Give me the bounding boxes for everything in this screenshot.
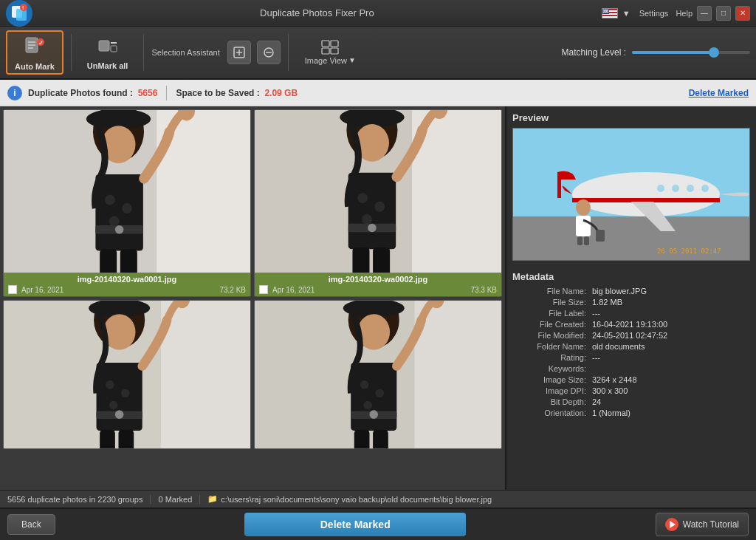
play-triangle xyxy=(670,521,676,528)
svg-rect-61 xyxy=(348,173,396,250)
help-link[interactable]: Help xyxy=(676,9,693,18)
photo-card-3[interactable] xyxy=(3,300,251,449)
svg-point-63 xyxy=(374,202,385,212)
svg-point-66 xyxy=(368,224,377,233)
unmark-icon xyxy=(97,35,118,58)
svg-point-103 xyxy=(672,185,679,192)
status-bar: 5656 duplicate photos in 2230 groups 0 M… xyxy=(0,490,756,507)
svg-point-15 xyxy=(603,10,605,12)
svg-point-52 xyxy=(115,225,124,234)
svg-rect-82 xyxy=(100,430,115,448)
status-file-path: c:\users\raj soni\documents\sony vaio ba… xyxy=(221,495,492,504)
svg-rect-109 xyxy=(577,236,583,245)
preview-image: 26 05 2011 02:47 xyxy=(512,128,750,261)
svg-rect-30 xyxy=(99,41,109,51)
metadata-row: Bit Depth:24 xyxy=(512,397,750,406)
delete-marked-link[interactable]: Delete Marked xyxy=(689,88,749,98)
preview-section: Preview xyxy=(506,106,756,267)
app-title: Duplicate Photos Fixer Pro xyxy=(32,7,602,18)
svg-rect-69 xyxy=(373,247,390,273)
toolbar-divider-3 xyxy=(288,34,289,71)
bottom-bar: Back Delete Marked Watch Tutorial xyxy=(0,507,756,540)
maximize-button[interactable]: □ xyxy=(716,6,731,21)
svg-point-10 xyxy=(602,9,604,10)
svg-rect-8 xyxy=(602,16,618,18)
metadata-rows: File Name:big blower.JPGFile Size:1.82 M… xyxy=(512,287,750,417)
svg-rect-96 xyxy=(354,430,370,448)
svg-point-50 xyxy=(109,216,120,226)
photos-panel: img-20140320-wa0001.jpg Apr 16, 2021 73.… xyxy=(0,106,505,490)
photo-checkbox-2[interactable] xyxy=(259,285,268,294)
dropdown-arrow[interactable]: ▼ xyxy=(622,9,630,18)
main-area: img-20140320-wa0001.jpg Apr 16, 2021 73.… xyxy=(0,106,756,490)
photo-card-2[interactable]: img-20140320-wa0002.jpg Apr 16, 2021 73.… xyxy=(254,109,502,297)
auto-mark-icon: ✓ xyxy=(24,35,45,59)
selection-tool-1[interactable] xyxy=(227,41,251,64)
svg-rect-47 xyxy=(95,174,142,251)
image-view-dropdown-icon: ▼ xyxy=(348,56,356,64)
preview-title: Preview xyxy=(512,112,750,123)
unmark-all-label: UnMark all xyxy=(87,61,128,70)
svg-rect-83 xyxy=(118,430,134,448)
svg-text:26 05 2011 02:47: 26 05 2011 02:47 xyxy=(657,247,721,255)
status-duplicate-count: 5656 duplicate photos in 2230 groups xyxy=(7,495,151,504)
svg-point-102 xyxy=(657,185,664,192)
photo-filename-2: img-20140320-wa0002.jpg xyxy=(259,275,497,284)
svg-rect-39 xyxy=(331,41,338,47)
metadata-row: File Size:1.82 MB xyxy=(512,298,750,307)
svg-point-48 xyxy=(105,195,115,205)
delete-marked-button[interactable]: Delete Marked xyxy=(244,513,466,536)
metadata-title: Metadata xyxy=(512,271,750,282)
photo-date-2: Apr 16, 2021 xyxy=(272,286,315,294)
unmark-all-button[interactable]: UnMark all xyxy=(79,30,137,75)
metadata-row: File Modified:24-05-2011 02:47:52 xyxy=(512,331,750,340)
back-button[interactable]: Back xyxy=(7,514,55,535)
svg-point-76 xyxy=(106,380,114,389)
photo-info-2: img-20140320-wa0002.jpg Apr 16, 2021 73.… xyxy=(255,273,501,296)
svg-point-78 xyxy=(109,401,118,410)
close-button[interactable]: ✕ xyxy=(735,6,750,21)
svg-point-105 xyxy=(701,185,709,192)
app-logo: ! xyxy=(6,0,32,27)
svg-point-16 xyxy=(605,10,606,12)
svg-point-62 xyxy=(357,193,368,203)
svg-rect-110 xyxy=(584,236,589,245)
photo-card-1[interactable]: img-20140320-wa0001.jpg Apr 16, 2021 73.… xyxy=(3,109,251,297)
metadata-row: Folder Name:old documents xyxy=(512,342,750,351)
svg-rect-111 xyxy=(596,230,605,242)
photo-checkbox-1[interactable] xyxy=(8,285,17,294)
duplicate-found-label: Duplicate Photos found : 5656 xyxy=(28,88,157,98)
svg-rect-54 xyxy=(100,249,117,273)
svg-rect-55 xyxy=(120,249,137,273)
metadata-row: Keywords: xyxy=(512,364,750,373)
svg-point-107 xyxy=(576,199,591,216)
svg-point-20 xyxy=(604,11,605,13)
selection-assistant-label: Selection Assistant xyxy=(151,48,219,57)
image-view-button[interactable]: Image View ▼ xyxy=(305,40,356,65)
svg-point-19 xyxy=(602,11,604,13)
svg-rect-89 xyxy=(351,363,396,431)
matching-level-slider[interactable] xyxy=(632,51,750,54)
status-path: 📁 c:\users\raj soni\documents\sony vaio … xyxy=(200,494,492,504)
metadata-row: Image Size:3264 x 2448 xyxy=(512,375,750,384)
photo-info-1: img-20140320-wa0001.jpg Apr 16, 2021 73.… xyxy=(4,273,250,296)
toolbar-divider-1 xyxy=(71,34,72,71)
svg-rect-38 xyxy=(322,41,329,47)
minimize-button[interactable]: — xyxy=(697,6,712,21)
svg-rect-68 xyxy=(352,247,369,273)
photo-date-1: Apr 16, 2021 xyxy=(21,286,63,294)
settings-link[interactable]: Settings xyxy=(639,9,669,18)
toolbar: ✓ Auto Mark UnMark all Selection Assista… xyxy=(0,27,756,80)
auto-mark-button[interactable]: ✓ Auto Mark xyxy=(6,30,63,75)
svg-point-80 xyxy=(115,410,124,419)
selection-tool-2[interactable] xyxy=(257,41,281,64)
photo-details-1: Apr 16, 2021 73.2 KB xyxy=(8,285,246,294)
status-marked-count: 0 Marked xyxy=(151,495,200,504)
photo-card-4[interactable] xyxy=(254,300,502,449)
photo-size-1: 73.2 KB xyxy=(219,286,246,294)
svg-point-14 xyxy=(607,9,608,10)
title-bar-controls: ▼ Settings Help — □ ✕ xyxy=(602,6,750,21)
space-value: 2.09 GB xyxy=(264,88,298,98)
watch-tutorial-button[interactable]: Watch Tutorial xyxy=(656,513,749,536)
metadata-row: File Label:--- xyxy=(512,309,750,318)
